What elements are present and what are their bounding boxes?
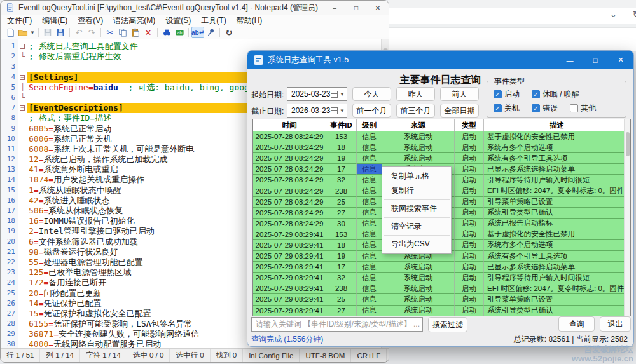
table-cell[interactable]: 信息 xyxy=(357,219,382,229)
table-cell[interactable]: 系统引导类型已确认 xyxy=(484,208,630,219)
context-menu-item[interactable]: 复制行 xyxy=(382,184,451,198)
table-cell[interactable]: 2025-07-29 08:29:41 xyxy=(253,273,326,283)
fold-marker[interactable]: – xyxy=(18,103,27,113)
table-row[interactable]: 2025-07-29 08:29:4127信息系统启动启动系统引导类型已确认 xyxy=(253,306,630,316)
minimize-button[interactable]: – xyxy=(324,1,345,15)
refresh-icon[interactable]: ↻ xyxy=(633,10,636,19)
table-cell[interactable]: 信息 xyxy=(357,273,382,283)
table-cell[interactable]: 2025-07-29 08:29:41 xyxy=(253,283,326,294)
column-header[interactable]: 描述 xyxy=(484,119,630,131)
fold-marker[interactable]: – xyxy=(18,41,27,51)
open-dropdown-arrow-icon[interactable]: ▼ xyxy=(29,30,36,36)
quick-date-button[interactable]: 昨天 xyxy=(396,87,435,101)
quick-date-button[interactable]: 前三个月 xyxy=(396,104,435,118)
fold-marker[interactable]: └ xyxy=(18,93,27,103)
statusbar-segment-7[interactable]: Ini Config File xyxy=(243,349,300,362)
statusbar-segment-6[interactable]: 找到 0 xyxy=(211,349,244,362)
table-cell[interactable]: 引导程序等待用户输入时间很短 xyxy=(484,175,630,185)
table-cell[interactable]: 信息 xyxy=(357,306,382,316)
table-cell[interactable]: 系统已报告启动指标 xyxy=(484,219,630,229)
table-scrollbar[interactable] xyxy=(624,119,630,316)
table-cell[interactable]: 信息 xyxy=(357,251,382,262)
context-menu-item[interactable]: 清空记录 xyxy=(382,219,451,234)
column-header[interactable]: 级别 xyxy=(357,119,382,131)
table-row[interactable]: 2025-07-28 08:24:2918信息系统启动启动系统有多个启动选项 xyxy=(253,142,630,153)
table-cell[interactable]: 19 xyxy=(326,251,357,262)
menu-item-1[interactable]: 文件(F) xyxy=(2,15,37,26)
table-cell[interactable]: 系统有多个启动选项 xyxy=(484,240,630,251)
table-cell[interactable]: 18 xyxy=(326,142,357,153)
quick-date-button[interactable]: 今天 xyxy=(352,87,391,101)
save-icon[interactable] xyxy=(41,27,54,38)
table-cell[interactable]: 信息 xyxy=(357,208,382,219)
event-type-checkbox[interactable]: ✓关机 xyxy=(494,103,520,114)
table-row[interactable]: 2025-07-29 08:29:4117信息系统启动启动已显示多系统选择启动菜… xyxy=(253,262,630,273)
table-cell[interactable]: 2025-07-28 08:24:29 xyxy=(253,131,326,142)
checkbox-unchecked-icon[interactable] xyxy=(570,104,578,112)
quick-date-button[interactable]: 全部日期 xyxy=(440,104,479,118)
table-cell[interactable]: 启动 xyxy=(455,240,484,251)
statusbar-segment-3[interactable]: 字符 1 / 14 xyxy=(80,349,127,362)
table-cell[interactable]: 系统有多个引导工具选项 xyxy=(484,153,630,164)
statusbar-segment-5[interactable]: 选中行 0 xyxy=(170,349,210,362)
start-date-picker[interactable]: 2025-03-23 ▼ xyxy=(287,87,347,101)
table-cell[interactable]: 引导程序等待用户输入时间很短 xyxy=(484,273,630,283)
column-header[interactable]: 事件ID xyxy=(326,119,357,131)
table-cell[interactable]: 25 xyxy=(326,294,357,305)
table-cell[interactable]: 引导菜单策略已设置 xyxy=(484,197,630,208)
table-cell[interactable]: 启动 xyxy=(455,306,484,316)
statusbar-segment-4[interactable]: 选中 0 / 0 xyxy=(127,349,170,362)
query-button[interactable]: 查询 xyxy=(558,316,595,332)
scrollbar-thumb[interactable] xyxy=(626,132,630,156)
table-cell[interactable]: 启动 xyxy=(455,251,484,262)
table-cell[interactable]: 2025-07-29 08:29:41 xyxy=(253,229,326,240)
table-cell[interactable]: 2025-07-29 08:29:41 xyxy=(253,262,326,273)
table-cell[interactable]: 2025-07-28 08:24:29 xyxy=(253,153,326,164)
dropdown-arrow-icon[interactable]: ▼ xyxy=(338,108,347,114)
event-type-checkbox[interactable]: ✓启动 xyxy=(494,89,520,100)
open-file-icon[interactable] xyxy=(17,27,29,38)
table-cell[interactable]: 2025-07-28 08:24:29 xyxy=(253,164,326,175)
table-row[interactable]: 2025-07-29 08:29:4125信息系统启动启动引导菜单策略已设置 xyxy=(253,294,630,305)
table-cell[interactable]: 2025-07-29 08:29:41 xyxy=(253,306,326,316)
table-cell[interactable]: 基于虚拟化的安全性已禁用 xyxy=(484,131,630,142)
dropdown-arrow-icon[interactable]: ▼ xyxy=(338,91,347,97)
chevron-down-icon[interactable]: ⌄ xyxy=(610,10,617,19)
table-cell[interactable]: 启动 xyxy=(455,175,484,185)
table-cell[interactable]: 17 xyxy=(326,262,357,273)
convert-case-icon[interactable]: ab↵ xyxy=(191,27,204,38)
table-row[interactable]: 2025-07-29 08:29:4132信息系统启动启动引导程序等待用户输入时… xyxy=(253,273,630,283)
statusbar-segment-8[interactable]: UTF-8 BOM xyxy=(300,349,351,362)
quick-date-button[interactable]: 前一个月 xyxy=(352,104,391,118)
paste-icon[interactable] xyxy=(129,27,142,38)
context-menu-item[interactable]: 导出为CSV xyxy=(382,237,451,252)
statusbar-segment-1[interactable]: 行 1 / 51 xyxy=(1,349,40,362)
table-cell[interactable]: 信息 xyxy=(357,240,382,251)
menu-item-2[interactable]: 编辑(E) xyxy=(37,15,73,26)
find-icon[interactable] xyxy=(160,27,173,38)
table-cell[interactable]: 系统启动 xyxy=(382,306,455,316)
table-cell[interactable]: 信息 xyxy=(357,142,382,153)
menu-item-4[interactable]: 语法高亮(M) xyxy=(108,15,160,26)
table-cell[interactable]: 2025-07-28 08:24:29 xyxy=(253,175,326,185)
table-cell[interactable]: 2025-07-29 08:29:41 xyxy=(253,294,326,305)
table-cell[interactable]: 信息 xyxy=(357,164,382,175)
context-menu-item[interactable]: 复制单元格 xyxy=(382,169,451,184)
table-cell[interactable]: 2025-07-28 08:24:29 xyxy=(253,197,326,208)
table-cell[interactable]: 启动 xyxy=(455,294,484,305)
table-cell[interactable]: 153 xyxy=(326,229,357,240)
undo-icon[interactable]: ↶ xyxy=(73,27,85,38)
close-button[interactable]: ✕ xyxy=(367,1,389,15)
table-cell[interactable]: 信息 xyxy=(357,262,382,273)
pin-icon[interactable] xyxy=(204,27,217,38)
table-cell[interactable]: 信息 xyxy=(357,175,382,185)
table-cell[interactable]: 系统启动 xyxy=(382,294,455,305)
event-type-checkbox[interactable]: ✓错误 xyxy=(532,103,558,114)
end-date-picker[interactable]: 2026-03-23 ▼ xyxy=(287,104,347,118)
checkbox-checked-icon[interactable]: ✓ xyxy=(532,104,540,112)
save-as-icon[interactable] xyxy=(54,27,67,38)
table-cell[interactable]: 27 xyxy=(326,306,357,316)
replace-icon[interactable]: ab xyxy=(173,27,186,38)
table-cell[interactable]: 2025-07-28 08:24:29 xyxy=(253,208,326,219)
table-cell[interactable]: 启动 xyxy=(455,262,484,273)
